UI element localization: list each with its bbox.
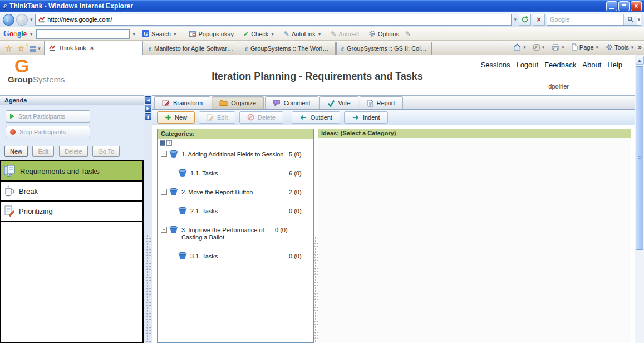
minimize-button[interactable] (606, 1, 617, 11)
category-row[interactable]: − 2. Move the Report Button 2 (0) (161, 187, 310, 196)
tab-vote[interactable]: Vote (319, 96, 358, 109)
link-logout[interactable]: Logout (516, 61, 538, 69)
collapse-left-icon[interactable]: ◀ (145, 96, 151, 104)
stop-button[interactable]: × (533, 14, 545, 26)
spellcheck-button[interactable]: ✓ Check ▾ (240, 28, 278, 40)
search-dropdown-icon[interactable]: ▾ (637, 17, 641, 22)
link-help[interactable]: Help (607, 61, 622, 69)
edit-category-button[interactable]: Edit (199, 111, 235, 124)
workspace-tab-bar: Brainstorm Organize Comment Vote Report (152, 95, 635, 110)
google-search-button[interactable]: G Search ▾ (139, 28, 180, 39)
indent-button[interactable]: Indent (344, 111, 388, 124)
brainstorm-icon (162, 99, 170, 107)
new-category-button[interactable]: New (157, 111, 195, 124)
address-dropdown-icon[interactable]: ▾ (513, 17, 517, 22)
history-dropdown-icon[interactable]: ▾ (30, 17, 33, 22)
category-row[interactable]: 1.1. Tasks 6 (0) (161, 168, 310, 177)
comment-icon (273, 99, 281, 107)
stop-participants-button[interactable]: Stop Participants (6, 126, 90, 138)
category-row[interactable]: 2.1. Tasks 0 (0) (161, 206, 310, 215)
add-favorite-star-icon: ☆ (18, 44, 25, 53)
page-dropdown-icon: ▾ (596, 45, 599, 50)
search-box[interactable]: Google ▾ (547, 14, 641, 26)
ideas-body[interactable] (318, 138, 631, 343)
search-go-button[interactable] (623, 14, 637, 25)
page-icon (572, 43, 578, 51)
splitter-handle-icon[interactable]: ▮ (145, 113, 151, 120)
indent-arrow-icon (352, 114, 360, 121)
options-button[interactable]: Options (365, 28, 402, 39)
agenda-new-button[interactable]: New (4, 146, 28, 157)
collapse-right-icon[interactable]: ▶ (145, 105, 151, 112)
category-row[interactable]: − 1. Adding Additional Fields to Session… (161, 149, 310, 158)
add-favorite-button[interactable]: ☆+ (15, 42, 28, 55)
coffee-mug-icon (3, 185, 16, 197)
refresh-button[interactable] (519, 14, 531, 26)
agenda-item-prioritizing[interactable]: Prioritizing (1, 202, 142, 222)
forward-button[interactable]: → (16, 14, 28, 26)
ideas-header: Ideas: (Select a Category) (318, 129, 631, 138)
category-row[interactable]: − 3. Improve the Performance of Casting … (161, 225, 310, 241)
google-logo[interactable]: Google (3, 30, 27, 38)
category-row[interactable]: 3.1. Tasks 0 (0) (161, 251, 310, 260)
restore-button[interactable] (618, 1, 630, 11)
agenda-sidebar: Agenda Start Participants Stop Participa… (0, 95, 144, 343)
favorites-center-button[interactable]: ☆ (2, 42, 15, 55)
tab-close-icon[interactable]: × (90, 45, 94, 51)
tab-groupsystems-gs2[interactable]: e GroupSystems :: GS II: Colla... (336, 42, 432, 55)
highlighter-icon[interactable]: ✎ (405, 30, 411, 38)
panel-splitter[interactable] (314, 237, 318, 343)
tab-comment[interactable]: Comment (265, 96, 318, 109)
category-count: 0 (0) (289, 251, 310, 259)
home-button[interactable]: ▾ (510, 42, 529, 52)
print-button[interactable]: ▾ (549, 42, 568, 52)
tab-report[interactable]: Report (360, 96, 403, 109)
sidebar-splitter[interactable]: ◀ ▶ ▮ (144, 95, 152, 343)
quick-tabs-button[interactable]: ▾ (27, 42, 44, 55)
agenda-edit-button[interactable]: Edit (32, 146, 54, 157)
feeds-button[interactable]: ▾ (530, 42, 548, 52)
collapse-node-icon[interactable]: − (161, 189, 167, 195)
prioritize-doc-icon (3, 205, 16, 217)
agenda-list: Requirements and Tasks Break Prioritizin… (0, 160, 144, 343)
tab-organize[interactable]: Organize (212, 96, 264, 109)
google-search-input[interactable] (36, 29, 130, 39)
agenda-delete-button[interactable]: Delete (59, 146, 88, 157)
scrollbar-thumb[interactable] (636, 66, 643, 250)
page-favicon: e (245, 45, 248, 53)
back-button[interactable]: ← (3, 14, 14, 26)
google-logo-dropdown-icon[interactable]: ▾ (30, 31, 33, 37)
tab-thinktank[interactable]: ThinkTank × (44, 41, 143, 55)
page-scrollbar[interactable]: ▲ (635, 55, 644, 343)
tab-brainstorm[interactable]: Brainstorm (154, 96, 210, 109)
category-count: 6 (0) (289, 168, 310, 177)
start-participants-button[interactable]: Start Participants (6, 110, 90, 122)
agenda-item-requirements[interactable]: Requirements and Tasks (1, 161, 142, 182)
collapse-node-icon[interactable]: − (161, 227, 167, 233)
refresh-icon (521, 16, 529, 23)
page-menu-button[interactable]: Page ▾ (569, 42, 602, 52)
agenda-goto-button[interactable]: Go To (92, 146, 120, 157)
collapse-all-icon[interactable]: − (160, 140, 165, 146)
outdent-button[interactable]: Outdent (292, 111, 340, 124)
scroll-up-icon[interactable]: ▲ (636, 56, 644, 65)
google-toolbar: Google ▾ ▾ G Search ▾ Popups okay ✓ Chec… (0, 27, 644, 41)
address-field[interactable] (35, 14, 512, 26)
delete-category-button[interactable]: Delete (239, 111, 283, 124)
collapse-node-icon[interactable]: − (161, 151, 167, 157)
url-input[interactable] (47, 16, 508, 23)
autolink-button[interactable]: ✎ AutoLink ▾ (281, 28, 325, 40)
tab-manifesto[interactable]: e Manifesto for Agile Software ... (144, 42, 239, 55)
close-button[interactable]: × (631, 1, 642, 11)
toolbar-overflow-icon[interactable]: » (638, 43, 642, 51)
link-sessions[interactable]: Sessions (481, 61, 510, 69)
link-feedback[interactable]: Feedback (544, 61, 576, 69)
expand-all-icon[interactable]: + (166, 140, 172, 146)
agenda-item-break[interactable]: Break (1, 182, 142, 202)
tab-groupsystems-world[interactable]: e GroupSystems :: The World L... (240, 42, 336, 55)
link-about[interactable]: About (582, 61, 601, 69)
stop-circle-icon (10, 129, 16, 135)
popup-blocker-button[interactable]: Popups okay (186, 29, 237, 39)
tools-menu-button[interactable]: Tools ▾ (603, 42, 637, 52)
google-search-dropdown-icon[interactable]: ▾ (132, 31, 136, 37)
